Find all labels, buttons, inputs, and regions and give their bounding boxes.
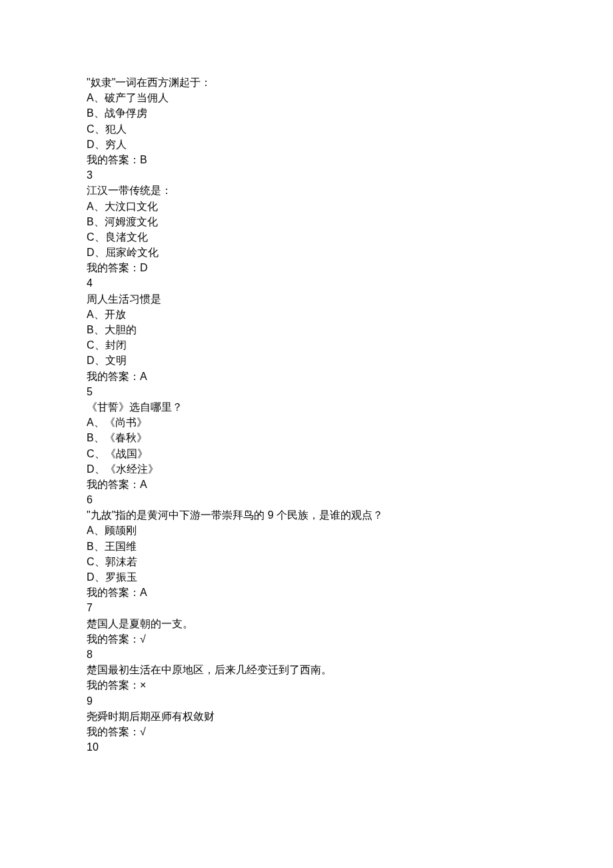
question-number: 10 [87,739,526,755]
question-number: 6 [87,492,526,507]
question-text: 楚国人是夏朝的一支。 [87,616,526,631]
option-text: A、破产了当佣人 [87,90,526,105]
question-number: 3 [87,167,526,183]
my-answer: 我的答案：A [87,585,526,600]
option-text: C、封闭 [87,337,526,353]
my-answer: 我的答案：√ [87,724,526,739]
my-answer: 我的答案：√ [87,631,526,647]
my-answer: 我的答案：A [87,477,526,492]
question-text: 尧舜时期后期巫师有权敛财 [87,709,526,724]
option-text: B、《春秋》 [87,430,526,445]
question-number: 4 [87,275,526,291]
option-text: C、郭沫若 [87,554,526,569]
option-text: B、河姆渡文化 [87,214,526,229]
option-text: A、开放 [87,307,526,322]
option-text: B、战争俘虏 [87,105,526,121]
option-text: D、屈家岭文化 [87,245,526,260]
option-text: D、文明 [87,353,526,368]
question-text: "九故"指的是黄河中下游一带崇拜鸟的 9 个民族，是谁的观点？ [87,507,526,523]
question-number: 5 [87,384,526,399]
option-text: D、穷人 [87,137,526,152]
question-text: 楚国最初生活在中原地区，后来几经变迁到了西南。 [87,662,526,677]
question-text: "奴隶"一词在西方渊起于： [87,75,526,90]
question-text: 《甘誓》选自哪里？ [87,399,526,415]
question-text: 周人生活习惯是 [87,291,526,307]
option-text: C、《战国》 [87,446,526,461]
my-answer: 我的答案：B [87,152,526,167]
question-number: 8 [87,647,526,662]
option-text: B、王国维 [87,539,526,554]
document-page: "奴隶"一词在西方渊起于：A、破产了当佣人B、战争俘虏C、犯人D、穷人我的答案：… [0,0,613,795]
question-number: 9 [87,693,526,709]
option-text: A、《尚书》 [87,415,526,430]
my-answer: 我的答案：D [87,260,526,275]
option-text: C、良渚文化 [87,229,526,245]
option-text: A、大汶口文化 [87,199,526,214]
my-answer: 我的答案：× [87,677,526,693]
option-text: A、顾颉刚 [87,523,526,538]
question-number: 7 [87,600,526,615]
option-text: D、《水经注》 [87,461,526,477]
my-answer: 我的答案：A [87,369,526,384]
question-text: 江汉一带传统是： [87,183,526,198]
option-text: B、大胆的 [87,322,526,337]
option-text: D、罗振玉 [87,569,526,585]
option-text: C、犯人 [87,121,526,137]
